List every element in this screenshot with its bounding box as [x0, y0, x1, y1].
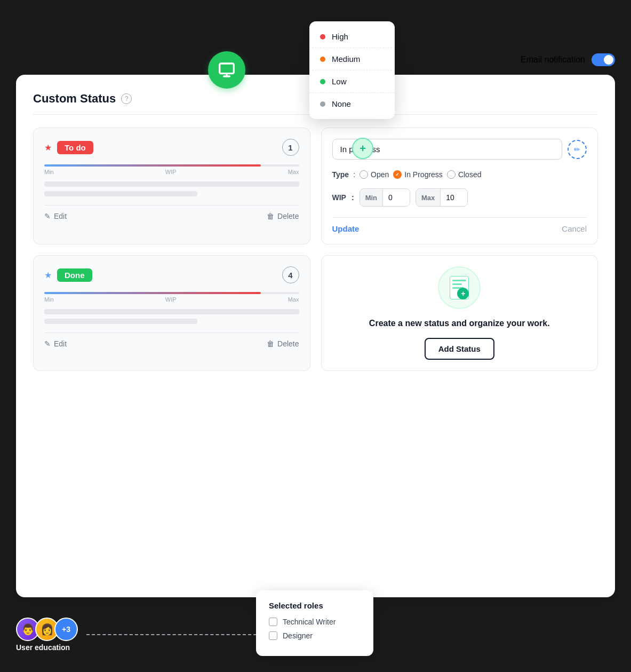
page-title: Custom Status [33, 92, 116, 106]
done-bar-fill [44, 292, 261, 294]
delete-icon: 🗑 [267, 212, 274, 220]
role-label-designer: Designer [283, 631, 313, 640]
done-delete-button[interactable]: 🗑 Delete [267, 339, 299, 348]
status-card-todo: ★ To do 1 Min WIP Max [33, 128, 310, 244]
selected-roles-title: Selected roles [269, 601, 361, 610]
done-edit-icon: ✎ [44, 339, 51, 348]
todo-edit-button[interactable]: ✎ Edit [44, 212, 67, 220]
done-gray-lines [44, 309, 299, 324]
role-label-technical-writer: Technical Writer [283, 618, 336, 626]
type-closed-label: Closed [458, 170, 482, 179]
edit-panel-actions: Update Cancel [332, 217, 587, 233]
todo-delete-label: Delete [277, 212, 299, 220]
selected-roles-popup: Selected roles Technical Writer Designer [256, 590, 373, 656]
info-icon-text: ? [125, 95, 129, 102]
todo-badge: To do [57, 141, 93, 154]
wip-max-field: Max [416, 188, 468, 207]
user-education-label: User education [16, 643, 70, 652]
done-bar-track [44, 292, 299, 294]
dot-high [320, 34, 325, 39]
todo-line-2 [44, 191, 197, 196]
cancel-button[interactable]: Cancel [562, 224, 587, 233]
add-status-description: Create a new status and organize your wo… [369, 318, 550, 329]
email-notification-toggle[interactable] [592, 53, 615, 66]
done-wip-mid: WIP [165, 296, 177, 303]
add-new-status-circle[interactable]: + [352, 138, 373, 159]
priority-option-none[interactable]: None [309, 93, 395, 115]
radio-open [360, 170, 368, 179]
dot-medium [320, 57, 325, 62]
wip-max-input[interactable] [441, 189, 467, 206]
type-closed-option[interactable]: Closed [447, 170, 482, 179]
update-button[interactable]: Update [332, 224, 360, 233]
priority-option-high[interactable]: High [309, 26, 395, 48]
done-delete-label: Delete [277, 339, 299, 348]
done-line-2 [44, 319, 197, 324]
dot-low [320, 79, 325, 84]
priority-option-medium[interactable]: Medium [309, 48, 395, 70]
edit-pencil-icon-btn[interactable]: ✏ [568, 140, 587, 159]
doc-line-1 [452, 280, 466, 281]
add-status-illustration: + [438, 266, 481, 309]
priority-dropdown[interactable]: High Medium Low None [309, 21, 395, 119]
todo-count: 1 [282, 139, 299, 156]
dot-none [320, 101, 325, 107]
todo-delete-button[interactable]: 🗑 Delete [267, 212, 299, 220]
todo-wip-min: Min [44, 169, 54, 175]
done-wip-min: Min [44, 296, 54, 303]
wip-min-field: Min [360, 188, 410, 207]
type-label: Type [332, 170, 349, 179]
todo-edit-label: Edit [54, 212, 67, 220]
priority-label-medium: Medium [332, 54, 360, 64]
done-wip-max: Max [288, 296, 299, 303]
done-delete-icon: 🗑 [267, 339, 274, 348]
type-inprogress-option[interactable]: In Progress [393, 170, 443, 179]
todo-gray-lines [44, 181, 299, 196]
role-checkbox-technical-writer[interactable] [269, 618, 277, 626]
todo-wip-labels: Min WIP Max [44, 169, 299, 175]
todo-line-1 [44, 181, 299, 187]
add-status-panel: + Create a new status and organize your … [321, 255, 598, 371]
status-grid: ★ To do 1 Min WIP Max [33, 128, 598, 371]
svg-rect-0 [220, 64, 234, 74]
radio-closed [447, 170, 456, 179]
type-open-label: Open [371, 170, 389, 179]
todo-bar-track [44, 164, 299, 167]
wip-label: WIP [332, 193, 346, 202]
todo-bar-fill [44, 164, 261, 167]
illustration-circle: + [438, 266, 481, 309]
info-icon[interactable]: ? [121, 93, 132, 104]
add-status-button[interactable]: Add Status [425, 338, 494, 360]
avatars-group: 👨 👩 +3 [16, 618, 78, 641]
wip-colon: : [352, 193, 354, 202]
priority-label-high: High [332, 32, 348, 41]
done-wip-bar: Min WIP Max [44, 292, 299, 303]
done-line-1 [44, 309, 299, 314]
wip-max-label: Max [416, 189, 441, 206]
todo-star-icon[interactable]: ★ [44, 143, 52, 153]
done-header: ★ Done 4 [44, 266, 299, 283]
done-edit-label: Edit [54, 339, 67, 348]
green-circle-button[interactable] [208, 51, 245, 89]
done-edit-button[interactable]: ✎ Edit [44, 339, 67, 348]
priority-label-none: None [332, 99, 351, 108]
avatar-count[interactable]: +3 [54, 618, 78, 641]
todo-header: ★ To do 1 [44, 139, 299, 156]
type-open-option[interactable]: Open [360, 170, 389, 179]
done-count: 4 [282, 266, 299, 283]
email-notification-bar: Email notification [521, 53, 615, 66]
type-inprogress-label: In Progress [404, 170, 443, 179]
done-actions: ✎ Edit 🗑 Delete [44, 333, 299, 348]
wip-min-label: Min [360, 189, 383, 206]
role-checkbox-designer[interactable] [269, 631, 277, 640]
todo-wip-bar: Min WIP Max [44, 164, 299, 175]
email-notification-label: Email notification [521, 55, 585, 65]
add-new-status-icon: + [360, 143, 366, 155]
edit-icon: ✎ [44, 212, 51, 220]
todo-actions: ✎ Edit 🗑 Delete [44, 205, 299, 220]
done-star-icon[interactable]: ★ [44, 270, 52, 280]
priority-option-low[interactable]: Low [309, 70, 395, 93]
done-wip-labels: Min WIP Max [44, 296, 299, 303]
type-colon: : [353, 170, 355, 179]
wip-min-input[interactable] [383, 189, 410, 206]
